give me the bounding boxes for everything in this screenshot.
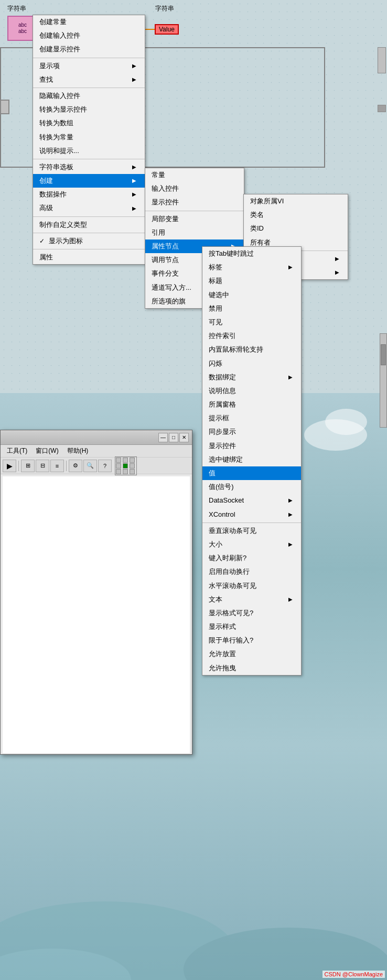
menu2-label-local-var: 局部变量 [152, 214, 179, 224]
window-minimize-button[interactable]: — [158, 433, 168, 442]
menu4-auto-enter[interactable]: 启用自动换行 [202, 565, 301, 579]
separator-4 [33, 216, 145, 217]
scroll-indicator-top[interactable] [378, 47, 386, 73]
menu-item-to-array[interactable]: 转换为数组 [33, 116, 145, 130]
toolbar-btn-2[interactable]: ⊟ [36, 460, 49, 472]
menu4-label-owner-pane: 所属窗格 [209, 400, 236, 409]
context-menu-level4: 按Tab键时跳过 标签 ▶ 标题 键选中 禁用 可见 控件索引 内置鼠标滑轮支持… [202, 246, 302, 676]
menu4-hint-box[interactable]: 提示框 [202, 411, 301, 425]
window-menubar: 工具(T) 窗口(W) 帮助(H) [1, 445, 192, 458]
toolbar-btn-3[interactable]: ≡ [50, 460, 64, 472]
menu-item-show-icon[interactable]: ✓ 显示为图标 [33, 234, 145, 248]
pattern-cell [130, 458, 135, 463]
menu4-label[interactable]: 标签 ▶ [202, 260, 301, 274]
menu4-hscroll[interactable]: 水平滚动条可见 [202, 579, 301, 593]
menu4-caption[interactable]: 标题 [202, 274, 301, 288]
menu-item-properties[interactable]: 属性 [33, 251, 145, 264]
menu-label-create: 创建 [39, 176, 53, 186]
menu2-const[interactable]: 常量 [145, 168, 244, 182]
menu-window[interactable]: 窗口(W) [31, 445, 62, 456]
menu-item-create-input[interactable]: 创建输入控件 [33, 29, 145, 42]
menu-item-create-const[interactable]: 创建常量 [33, 15, 145, 29]
menu4-label-value-signal: 值(信号) [209, 482, 234, 492]
pattern-cell [116, 458, 121, 463]
menu4-key-refresh[interactable]: 键入时刷新? [202, 551, 301, 565]
toolbar-btn-1[interactable]: ⊞ [21, 460, 35, 472]
menu-item-string-palette[interactable]: 字符串选板 ▶ [33, 160, 145, 174]
menu-item-data-ops[interactable]: 数据操作 ▶ [33, 188, 145, 201]
menu4-tab-skip[interactable]: 按Tab键时跳过 [202, 247, 301, 260]
menu2-display-ctrl[interactable]: 显示控件 [145, 195, 244, 209]
toolbar-sep1 [18, 461, 19, 471]
menu3-class-id[interactable]: 类ID [244, 222, 348, 235]
toolbar-btn-4[interactable]: ⚙ [69, 460, 82, 472]
menu4-label-display-ctrl2: 显示控件 [209, 441, 236, 451]
menu4-datasocket[interactable]: DataSocket ▶ [202, 494, 301, 507]
menu-label-hide-input: 隐藏输入控件 [39, 91, 80, 101]
menu4-key-bind[interactable]: 选中键绑定 [202, 453, 301, 466]
menu4-label-key-focus: 键选中 [209, 290, 229, 300]
menu4-single-line[interactable]: 限于单行输入? [202, 634, 301, 647]
menu4-text[interactable]: 文本 ▶ [202, 593, 301, 606]
menu4-ctrl-index[interactable]: 控件索引 [202, 329, 301, 343]
separator-6 [33, 249, 145, 249]
menu-item-advanced[interactable]: 高级 ▶ [33, 201, 145, 215]
menu4-visible[interactable]: 可见 [202, 315, 301, 329]
menu2-input-ctrl[interactable]: 输入控件 [145, 182, 244, 195]
menu4-blink[interactable]: 闪烁 [202, 357, 301, 371]
menu4-value-signal[interactable]: 值(信号) [202, 480, 301, 494]
window-maximize-button[interactable]: □ [169, 433, 178, 442]
window-close-button[interactable]: ✕ [179, 433, 189, 442]
menu-item-make-custom[interactable]: 制作自定义类型 [33, 218, 145, 232]
menu4-disabled[interactable]: 禁用 [202, 302, 301, 315]
string-label-1: 字符串 [7, 4, 26, 13]
toolbar-btn-5[interactable]: 🔍 [83, 460, 97, 472]
menu2-label-selected-flag: 所选项的旗 [152, 297, 186, 306]
arrow-advanced: ▶ [132, 205, 136, 212]
menu3-class-name[interactable]: 类名 [244, 208, 348, 222]
right-scroll-bar[interactable] [380, 333, 387, 428]
menu2-label-prop-node: 属性节点 [152, 242, 179, 251]
menu4-sync-display[interactable]: 同步显示 [202, 425, 301, 439]
menu4-value[interactable]: 值 [202, 466, 301, 480]
menu4-vscroll[interactable]: 垂直滚动条可见 [202, 524, 301, 538]
menu-help[interactable]: 帮助(H) [63, 445, 93, 456]
menu4-xcontrol[interactable]: XControl ▶ [202, 508, 301, 521]
menu-item-display-items[interactable]: 显示项 ▶ [33, 59, 145, 73]
menu-item-to-display[interactable]: 转换为显示控件 [33, 103, 145, 116]
menu-label-create-display: 创建显示控件 [39, 45, 80, 54]
menu-item-to-const[interactable]: 转换为常量 [33, 130, 145, 144]
menu2-reference[interactable]: 引用 [145, 226, 244, 239]
menu4-label-auto-enter: 启用自动换行 [209, 567, 250, 576]
menu-item-find[interactable]: 查找 ▶ [33, 73, 145, 86]
menu4-data-bind[interactable]: 数据绑定 ▶ [202, 371, 301, 384]
abc-label: abc [18, 22, 27, 28]
menu3-arrow-border: ▶ [335, 255, 339, 263]
menu4-display-ctrl2[interactable]: 显示控件 [202, 439, 301, 453]
menu4-allow-drop[interactable]: 允许放置 [202, 647, 301, 661]
window-content-area [3, 476, 190, 753]
abc-label2: abc [18, 28, 27, 35]
menu-item-hide-input[interactable]: 隐藏输入控件 [33, 89, 145, 103]
menu4-arrow-xcontrol: ▶ [288, 511, 293, 518]
menu-item-create[interactable]: 创建 ▶ [33, 174, 145, 188]
menu3-owner-vi[interactable]: 对象所属VI [244, 194, 348, 208]
menu4-display-style[interactable]: 显示样式 [202, 620, 301, 634]
menu4-desc-info[interactable]: 说明信息 [202, 384, 301, 398]
menu4-owner-pane[interactable]: 所属窗格 [202, 398, 301, 411]
toolbar-run-button[interactable]: ▶ [3, 460, 16, 472]
menu2-local-var[interactable]: 局部变量 [145, 212, 244, 226]
arrow-find: ▶ [132, 76, 136, 83]
menu4-key-focus[interactable]: 键选中 [202, 288, 301, 302]
menu-label-create-const: 创建常量 [39, 17, 67, 27]
toolbar-btn-6[interactable]: ? [98, 460, 112, 472]
menu-item-description[interactable]: 说明和提示... [33, 144, 145, 158]
menu-item-create-display[interactable]: 创建显示控件 [33, 42, 145, 56]
scroll-thumb[interactable] [378, 105, 386, 112]
right-scroll-thumb[interactable] [381, 344, 386, 365]
menu4-size[interactable]: 大小 ▶ [202, 538, 301, 551]
menu4-allow-drag[interactable]: 允许拖曳 [202, 661, 301, 675]
menu4-mouse-wheel[interactable]: 内置鼠标滑轮支持 [202, 343, 301, 356]
menu4-fmt-visible[interactable]: 显示格式可见? [202, 606, 301, 620]
menu-tools[interactable]: 工具(T) [3, 445, 31, 456]
